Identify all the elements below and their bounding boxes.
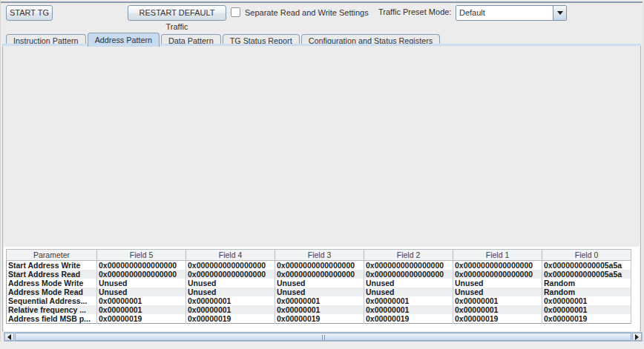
cell[interactable]: 0x00000001 — [275, 305, 364, 314]
cell[interactable]: 0x00000001 — [542, 296, 631, 305]
cell[interactable]: 0x00000001 — [97, 296, 186, 305]
separate-read-write-label: Separate Read and Write Settings — [245, 8, 369, 18]
scrollbar-thumb[interactable] — [15, 333, 631, 341]
table-row[interactable]: Address Mode Write Unused Unused Unused … — [7, 279, 631, 287]
table-row[interactable]: Address field MSB p... 0x00000019 0x0000… — [7, 314, 631, 324]
cell[interactable]: Unused — [364, 279, 453, 287]
cell[interactable]: 0x00000001 — [542, 305, 631, 314]
cell[interactable]: 0x00000019 — [453, 314, 542, 324]
cell[interactable]: 0x0000000000000000 — [97, 270, 186, 279]
cell[interactable]: 0x00000001 — [364, 305, 453, 314]
cell[interactable]: 0x0000000000000000 — [186, 270, 275, 279]
traffic-preset-mode-label: Traffic Preset Mode: — [378, 7, 451, 16]
cell[interactable]: 0x0000000000000000 — [275, 261, 364, 270]
arrow-left-icon — [7, 334, 11, 340]
cell[interactable]: 0x0000000000000000 — [364, 270, 453, 279]
cell[interactable]: Unused — [186, 287, 275, 296]
tab-address-pattern[interactable]: Address Pattern — [88, 33, 160, 47]
cell[interactable]: 0x00000001 — [97, 305, 186, 314]
cell[interactable]: Address field MSB p... — [7, 314, 97, 324]
table-row[interactable]: Address Mode Read Unused Unused Unused U… — [7, 287, 631, 296]
cell[interactable]: 0x00000001 — [453, 296, 542, 305]
cell[interactable]: Random — [542, 279, 631, 287]
chevron-down-icon[interactable] — [553, 6, 566, 20]
col-header[interactable]: Field 1 — [453, 250, 542, 261]
cell[interactable]: Random — [542, 287, 631, 296]
separate-read-write-checkbox[interactable] — [231, 7, 240, 17]
cell[interactable]: Unused — [364, 287, 453, 296]
col-header[interactable]: Parameter — [7, 250, 97, 261]
col-header[interactable]: Field 5 — [97, 250, 186, 261]
col-header[interactable]: Field 0 — [542, 250, 631, 261]
cell[interactable]: Unused — [275, 279, 364, 287]
cell[interactable]: 0x0000000000000000 — [97, 261, 186, 270]
cell[interactable]: 0x00000019 — [364, 314, 453, 324]
cell[interactable]: Start Address Read — [7, 270, 97, 279]
col-header[interactable]: Field 3 — [275, 250, 364, 261]
cell[interactable]: 0x00000019 — [97, 314, 186, 324]
cell[interactable]: Unused — [453, 287, 542, 296]
col-header[interactable]: Field 2 — [364, 250, 453, 261]
cell[interactable]: 0x0000000000005a5a — [542, 270, 631, 279]
horizontal-scrollbar[interactable] — [4, 332, 643, 342]
cell[interactable]: Sequential Address... — [7, 296, 97, 305]
traffic-preset-mode-value: Default — [456, 6, 553, 20]
cell[interactable]: 0x0000000000000000 — [364, 261, 453, 270]
cell[interactable]: Unused — [186, 279, 275, 287]
table-row[interactable]: Start Address Read 0x0000000000000000 0x… — [7, 270, 631, 279]
cell[interactable]: 0x00000001 — [453, 305, 542, 314]
table-viewport: Parameter Field 5 Field 4 Field 3 Field … — [4, 247, 640, 331]
table-header-row: Parameter Field 5 Field 4 Field 3 Field … — [7, 250, 631, 261]
cell[interactable]: Unused — [97, 279, 186, 287]
cell[interactable]: 0x00000001 — [186, 296, 275, 305]
cell[interactable]: Relative frequency ... — [7, 305, 97, 314]
cell[interactable]: 0x00000019 — [275, 314, 364, 324]
cell[interactable]: 0x0000000000000000 — [186, 261, 275, 270]
cell[interactable]: 0x00000001 — [364, 296, 453, 305]
bottom-margin — [0, 342, 644, 349]
cell[interactable]: Unused — [453, 279, 542, 287]
cell[interactable]: Address Mode Write — [7, 279, 97, 287]
start-tg-button[interactable]: START TG — [6, 5, 53, 21]
cell[interactable]: Unused — [97, 287, 186, 296]
address-field-table: Parameter Field 5 Field 4 Field 3 Field … — [6, 249, 631, 324]
window-left-edge — [0, 0, 1, 349]
scroll-left-button[interactable] — [4, 333, 14, 341]
cell[interactable]: 0x00000019 — [186, 314, 275, 324]
cell[interactable]: 0x0000000000000000 — [453, 261, 542, 270]
top-divider — [0, 1, 644, 3]
scrollbar-grip-icon — [322, 335, 325, 340]
cell[interactable]: 0x00000019 — [542, 314, 631, 324]
scroll-right-button[interactable] — [632, 333, 642, 341]
cell[interactable]: Unused — [275, 287, 364, 296]
cell[interactable]: Start Address Write — [7, 261, 97, 270]
cell[interactable]: 0x0000000000000000 — [453, 270, 542, 279]
cell[interactable]: 0x00000001 — [186, 305, 275, 314]
arrow-right-icon — [635, 334, 639, 340]
table-row[interactable]: Sequential Address... 0x00000001 0x00000… — [7, 296, 631, 305]
table-row[interactable]: Relative frequency ... 0x00000001 0x0000… — [7, 305, 631, 314]
col-header[interactable]: Field 4 — [186, 250, 275, 261]
table-row[interactable]: Start Address Write 0x0000000000000000 0… — [7, 261, 631, 270]
cell[interactable]: Address Mode Read — [7, 287, 97, 296]
traffic-preset-mode-select[interactable]: Default — [456, 5, 567, 21]
cell[interactable]: 0x0000000000005a5a — [542, 261, 631, 270]
restart-default-traffic-button[interactable]: RESTART DEFAULT Traffic — [128, 5, 226, 21]
cell[interactable]: 0x0000000000000000 — [275, 270, 364, 279]
cell[interactable]: 0x00000001 — [275, 296, 364, 305]
